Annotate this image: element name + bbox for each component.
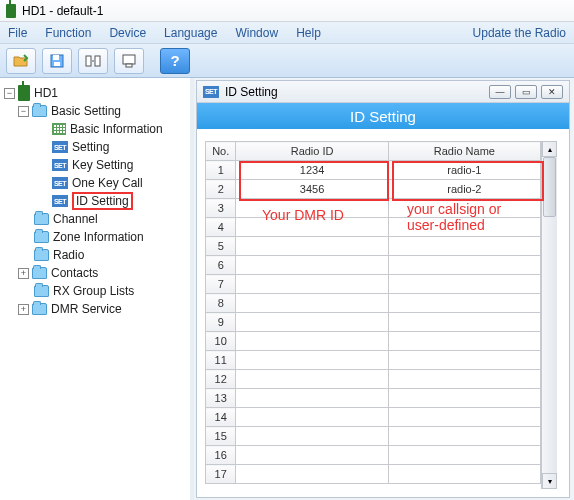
tree-key-setting[interactable]: Key Setting: [72, 158, 133, 172]
menu-update-radio[interactable]: Update the Radio: [473, 26, 566, 40]
menu-help[interactable]: Help: [296, 26, 321, 40]
cell-radio-name[interactable]: [388, 389, 540, 408]
cell-radio-name[interactable]: [388, 256, 540, 275]
cell-radio-name[interactable]: [388, 427, 540, 446]
tree-root[interactable]: HD1: [34, 86, 58, 100]
tree-basic-setting[interactable]: Basic Setting: [51, 104, 121, 118]
vertical-scrollbar[interactable]: ▴ ▾: [541, 141, 557, 489]
tree-setting[interactable]: Setting: [72, 140, 109, 154]
tree-dmr-service[interactable]: DMR Service: [51, 302, 122, 316]
tree-basic-information[interactable]: Basic Information: [70, 122, 163, 136]
cell-radio-name[interactable]: [388, 294, 540, 313]
cell-radio-name[interactable]: [388, 370, 540, 389]
table-row[interactable]: 7: [206, 275, 541, 294]
col-radio-id[interactable]: Radio ID: [236, 142, 388, 161]
expand-icon[interactable]: +: [18, 268, 29, 279]
tree-id-setting[interactable]: ID Setting: [72, 192, 133, 210]
col-no[interactable]: No.: [206, 142, 236, 161]
maximize-button[interactable]: ▭: [515, 85, 537, 99]
tree-one-key-call[interactable]: One Key Call: [72, 176, 143, 190]
save-button[interactable]: [42, 48, 72, 74]
cell-radio-id[interactable]: [236, 427, 388, 446]
svg-rect-2: [54, 62, 60, 66]
cell-radio-id[interactable]: [236, 275, 388, 294]
svg-rect-5: [123, 55, 135, 64]
cell-radio-id[interactable]: [236, 237, 388, 256]
cell-radio-id[interactable]: [236, 256, 388, 275]
table-row[interactable]: 12: [206, 370, 541, 389]
svg-rect-4: [95, 56, 100, 66]
scroll-track[interactable]: [542, 157, 557, 473]
scroll-down-icon[interactable]: ▾: [542, 473, 557, 489]
table-row[interactable]: 11: [206, 351, 541, 370]
cell-radio-id[interactable]: [236, 218, 388, 237]
cell-radio-name[interactable]: radio-2: [388, 180, 540, 199]
menu-language[interactable]: Language: [164, 26, 217, 40]
cell-radio-name[interactable]: [388, 351, 540, 370]
tree-contacts[interactable]: Contacts: [51, 266, 98, 280]
cell-radio-id[interactable]: [236, 408, 388, 427]
table-row[interactable]: 23456radio-2: [206, 180, 541, 199]
table-row[interactable]: 9: [206, 313, 541, 332]
menu-window[interactable]: Window: [235, 26, 278, 40]
minimize-button[interactable]: —: [489, 85, 511, 99]
set-icon: SET: [52, 195, 68, 207]
cell-radio-name[interactable]: [388, 199, 540, 218]
cell-no: 11: [206, 351, 236, 370]
cell-no: 1: [206, 161, 236, 180]
cell-radio-id[interactable]: 1234: [236, 161, 388, 180]
cell-radio-id[interactable]: [236, 351, 388, 370]
cell-radio-name[interactable]: [388, 218, 540, 237]
write-button[interactable]: [114, 48, 144, 74]
table-row[interactable]: 4: [206, 218, 541, 237]
app-title: HD1 - default-1: [22, 4, 103, 18]
table-row[interactable]: 15: [206, 427, 541, 446]
table-row[interactable]: 16: [206, 446, 541, 465]
cell-radio-id[interactable]: [236, 199, 388, 218]
help-button[interactable]: ?: [160, 48, 190, 74]
cell-radio-name[interactable]: [388, 408, 540, 427]
table-row[interactable]: 17: [206, 465, 541, 484]
tree-rx-group-lists[interactable]: RX Group Lists: [53, 284, 134, 298]
cell-radio-id[interactable]: [236, 465, 388, 484]
col-radio-name[interactable]: Radio Name: [388, 142, 540, 161]
scroll-thumb[interactable]: [543, 157, 556, 217]
read-button[interactable]: [78, 48, 108, 74]
table-row[interactable]: 10: [206, 332, 541, 351]
table-row[interactable]: 13: [206, 389, 541, 408]
expand-icon[interactable]: −: [18, 106, 29, 117]
cell-radio-id[interactable]: [236, 294, 388, 313]
tree-radio[interactable]: Radio: [53, 248, 84, 262]
open-button[interactable]: [6, 48, 36, 74]
tree-channel[interactable]: Channel: [53, 212, 98, 226]
table-row[interactable]: 11234radio-1: [206, 161, 541, 180]
cell-radio-id[interactable]: [236, 332, 388, 351]
tree-zone-information[interactable]: Zone Information: [53, 230, 144, 244]
cell-radio-name[interactable]: [388, 465, 540, 484]
close-button[interactable]: ✕: [541, 85, 563, 99]
cell-radio-name[interactable]: [388, 237, 540, 256]
cell-radio-id[interactable]: [236, 370, 388, 389]
cell-radio-id[interactable]: [236, 389, 388, 408]
cell-radio-name[interactable]: [388, 313, 540, 332]
cell-radio-name[interactable]: [388, 332, 540, 351]
cell-radio-id[interactable]: [236, 446, 388, 465]
radio-icon: [18, 85, 30, 101]
scroll-up-icon[interactable]: ▴: [542, 141, 557, 157]
table-row[interactable]: 5: [206, 237, 541, 256]
menu-file[interactable]: File: [8, 26, 27, 40]
cell-radio-id[interactable]: 3456: [236, 180, 388, 199]
child-title: ID Setting: [225, 85, 278, 99]
table-row[interactable]: 3: [206, 199, 541, 218]
cell-radio-name[interactable]: [388, 275, 540, 294]
cell-radio-id[interactable]: [236, 313, 388, 332]
cell-radio-name[interactable]: [388, 446, 540, 465]
menu-function[interactable]: Function: [45, 26, 91, 40]
expand-icon[interactable]: +: [18, 304, 29, 315]
expand-icon[interactable]: −: [4, 88, 15, 99]
table-row[interactable]: 8: [206, 294, 541, 313]
cell-radio-name[interactable]: radio-1: [388, 161, 540, 180]
menu-device[interactable]: Device: [109, 26, 146, 40]
table-row[interactable]: 14: [206, 408, 541, 427]
table-row[interactable]: 6: [206, 256, 541, 275]
